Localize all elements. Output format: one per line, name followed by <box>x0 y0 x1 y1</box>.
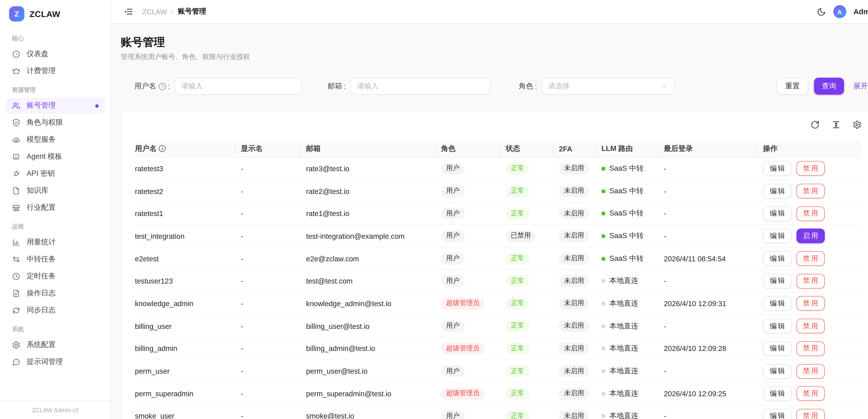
sidebar-item-api-keys[interactable]: API 密钥 <box>6 166 105 182</box>
topbar-right: A Admin <box>817 5 868 18</box>
sidebar-item-billing[interactable]: 计费管理 <box>6 63 105 79</box>
username-filter-input[interactable] <box>175 78 302 95</box>
breadcrumb-root[interactable]: ZCLAW <box>142 8 167 16</box>
route-label: 本地直连 <box>609 366 638 376</box>
sidebar-item-relay-tasks[interactable]: 中转任务 <box>6 251 105 268</box>
edit-button[interactable]: 编辑 <box>763 274 792 289</box>
sidebar-footer-version: ZCLAW Admin v2 <box>0 400 111 419</box>
row-actions: 编辑禁用 <box>763 319 862 334</box>
reset-button[interactable]: 重置 <box>777 78 808 95</box>
col-status[interactable]: 状态 <box>506 140 559 158</box>
table-settings-gear-icon[interactable] <box>852 120 862 129</box>
cell-role: 用户 <box>441 225 505 248</box>
disable-button[interactable]: 禁用 <box>796 386 825 401</box>
table-row: billing_admin-billing_admin@test.io超级管理员… <box>135 337 862 360</box>
edit-button[interactable]: 编辑 <box>763 319 792 334</box>
sidebar-item-dashboard[interactable]: 仪表盘 <box>6 46 105 62</box>
cell-username: e2etest <box>135 248 241 270</box>
collapse-sidebar-icon[interactable] <box>124 7 133 17</box>
cell-email: rate2@test.io <box>306 180 441 203</box>
disable-button[interactable]: 禁用 <box>796 206 825 221</box>
expand-toggle[interactable]: 展开 <box>854 82 868 91</box>
email-filter-input[interactable] <box>350 78 490 95</box>
edit-button[interactable]: 编辑 <box>763 184 792 199</box>
disable-button[interactable]: 禁用 <box>796 364 825 379</box>
edit-button[interactable]: 编辑 <box>763 296 792 311</box>
role-badge: 用户 <box>441 185 465 197</box>
edit-button[interactable]: 编辑 <box>763 409 792 419</box>
disable-button[interactable]: 禁用 <box>796 184 825 199</box>
row-actions: 编辑禁用 <box>763 341 862 356</box>
sidebar-item-sync-logs[interactable]: 同步日志 <box>6 302 105 319</box>
cell-llm-route: 本地直连 <box>601 360 664 383</box>
sidebar-item-agent-templates[interactable]: Agent 模板 <box>6 149 105 165</box>
sidebar-item-label: 计费管理 <box>27 66 56 76</box>
sidebar-item-models[interactable]: 模型服务 <box>6 131 105 148</box>
cell-status: 正常 <box>506 180 559 203</box>
twofa-badge: 未启用 <box>559 320 589 332</box>
search-button[interactable]: 查询 <box>814 78 844 95</box>
col-username[interactable]: 用户名i <box>135 140 241 158</box>
disable-button[interactable]: 禁用 <box>796 319 825 334</box>
llm-route: SaaS 中转 <box>601 254 664 264</box>
col-role[interactable]: 角色 <box>441 140 505 158</box>
sidebar-item-knowledge[interactable]: 知识库 <box>6 182 105 199</box>
sidebar-item-roles[interactable]: 角色与权限 <box>6 115 105 131</box>
edit-button[interactable]: 编辑 <box>763 161 792 176</box>
cell-llm-route: SaaS 中转 <box>601 180 664 203</box>
edit-button[interactable]: 编辑 <box>763 206 792 221</box>
bar-chart-icon <box>12 238 21 246</box>
disable-button[interactable]: 禁用 <box>796 274 825 289</box>
file-text-icon <box>12 289 21 298</box>
route-status-dot <box>601 189 606 193</box>
status-badge: 正常 <box>506 388 529 400</box>
edit-button[interactable]: 编辑 <box>763 341 792 356</box>
sidebar-section-label: 核心 <box>0 28 111 45</box>
disable-button[interactable]: 禁用 <box>796 296 825 311</box>
role-filter-select[interactable]: 请选择 <box>541 78 675 95</box>
sidebar-item-op-logs[interactable]: 操作日志 <box>6 285 105 302</box>
sidebar-item-accounts[interactable]: 账号管理 <box>6 98 105 114</box>
username-filter-label: 用户名?: <box>134 82 170 91</box>
status-badge: 正常 <box>506 253 529 265</box>
disable-button[interactable]: 禁用 <box>796 251 825 266</box>
cell-role: 超级管理员 <box>441 337 505 360</box>
col-llm-route[interactable]: LLM 路由 <box>601 140 664 158</box>
llm-route: SaaS 中转 <box>601 186 664 196</box>
sidebar-item-prompts[interactable]: 提示词管理 <box>6 354 105 370</box>
col-display-name[interactable]: 显示名 <box>241 140 306 158</box>
dark-mode-toggle-moon-icon[interactable] <box>817 7 826 16</box>
col-2fa[interactable]: 2FA <box>559 140 601 158</box>
sidebar-item-settings[interactable]: 系统配置 <box>6 337 105 353</box>
disable-button[interactable]: 禁用 <box>796 409 825 419</box>
page-subtitle: 管理系统用户账号、角色、权限与行业授权 <box>121 52 868 61</box>
user-avatar[interactable]: A <box>833 5 846 18</box>
cell-username: ratetest1 <box>135 203 241 225</box>
enable-button[interactable]: 启用 <box>796 229 825 243</box>
cell-display-name: - <box>241 315 306 338</box>
clock-icon <box>12 272 21 280</box>
user-name[interactable]: Admin <box>854 7 868 16</box>
disable-button[interactable]: 禁用 <box>796 161 825 176</box>
help-icon[interactable]: ? <box>159 83 166 90</box>
col-last-login[interactable]: 最后登录 <box>664 140 763 158</box>
sidebar-item-industry[interactable]: 行业配置 <box>6 200 105 216</box>
sidebar-item-usage[interactable]: 用量统计 <box>6 234 105 251</box>
edit-button[interactable]: 编辑 <box>763 229 792 243</box>
cell-status: 正常 <box>506 360 559 383</box>
row-density-icon[interactable] <box>832 120 841 129</box>
col-email[interactable]: 邮箱 <box>306 140 441 158</box>
row-actions: 编辑禁用 <box>763 364 862 379</box>
table-row: smoke_user-smoke@test.io用户正常未启用本地直连-编辑禁用 <box>135 405 862 419</box>
route-status-dot <box>601 234 606 238</box>
refresh-icon[interactable] <box>810 120 819 129</box>
col-actions[interactable]: 操作 <box>763 140 862 158</box>
edit-button[interactable]: 编辑 <box>763 251 792 266</box>
edit-button[interactable]: 编辑 <box>763 386 792 401</box>
edit-button[interactable]: 编辑 <box>763 364 792 379</box>
status-badge: 正常 <box>506 342 529 355</box>
disable-button[interactable]: 禁用 <box>796 341 825 356</box>
sidebar-item-cron[interactable]: 定时任务 <box>6 268 105 285</box>
breadcrumb-current: 账号管理 <box>178 7 206 17</box>
twofa-badge: 未启用 <box>559 275 589 287</box>
